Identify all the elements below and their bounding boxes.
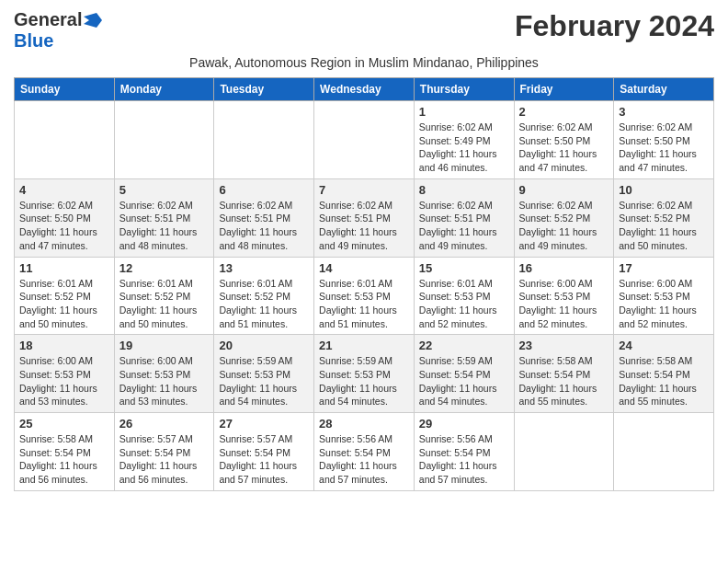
day-number: 22 xyxy=(419,339,509,352)
day-header-sunday: Sunday xyxy=(15,78,115,101)
calendar-cell: 15Sunrise: 6:01 AMSunset: 5:53 PMDayligh… xyxy=(414,257,514,335)
day-number: 5 xyxy=(119,183,210,197)
calendar-cell: 2Sunrise: 6:02 AMSunset: 5:50 PMDaylight… xyxy=(514,101,614,179)
cell-info: Sunrise: 5:59 AMSunset: 5:53 PMDaylight:… xyxy=(219,354,309,408)
svg-marker-0 xyxy=(84,13,102,28)
day-header-monday: Monday xyxy=(114,78,214,101)
day-number: 19 xyxy=(119,339,210,352)
cell-info: Sunrise: 5:57 AMSunset: 5:54 PMDaylight:… xyxy=(219,432,309,487)
calendar-cell: 24Sunrise: 5:58 AMSunset: 5:54 PMDayligh… xyxy=(614,335,714,413)
day-header-wednesday: Wednesday xyxy=(314,78,415,101)
cell-info: Sunrise: 6:02 AMSunset: 5:50 PMDaylight:… xyxy=(19,199,109,253)
day-number: 24 xyxy=(619,339,709,352)
day-number: 2 xyxy=(519,105,609,119)
day-number: 7 xyxy=(319,183,409,197)
logo-general: General xyxy=(14,9,82,30)
day-number: 6 xyxy=(219,183,309,197)
day-number: 23 xyxy=(519,339,609,352)
calendar-cell: 22Sunrise: 5:59 AMSunset: 5:54 PMDayligh… xyxy=(414,335,514,413)
calendar-cell xyxy=(614,413,714,491)
day-number: 17 xyxy=(619,261,709,275)
day-number: 25 xyxy=(19,417,109,431)
calendar-cell: 20Sunrise: 5:59 AMSunset: 5:53 PMDayligh… xyxy=(214,335,314,413)
calendar-cell: 10Sunrise: 6:02 AMSunset: 5:52 PMDayligh… xyxy=(614,178,714,257)
cell-info: Sunrise: 6:02 AMSunset: 5:49 PMDaylight:… xyxy=(419,121,509,175)
calendar-cell: 16Sunrise: 6:00 AMSunset: 5:53 PMDayligh… xyxy=(514,257,614,335)
day-number: 3 xyxy=(619,105,709,119)
day-number: 20 xyxy=(219,339,309,352)
header: General Blue February 2024 xyxy=(14,9,714,52)
calendar-cell: 17Sunrise: 6:00 AMSunset: 5:53 PMDayligh… xyxy=(614,257,714,335)
day-number: 1 xyxy=(419,105,509,119)
calendar-week-row: 1Sunrise: 6:02 AMSunset: 5:49 PMDaylight… xyxy=(15,101,714,179)
calendar-cell: 21Sunrise: 5:59 AMSunset: 5:53 PMDayligh… xyxy=(314,335,415,413)
day-number: 8 xyxy=(419,183,509,197)
calendar-table: SundayMondayTuesdayWednesdayThursdayFrid… xyxy=(14,77,714,491)
calendar-cell: 6Sunrise: 6:02 AMSunset: 5:51 PMDaylight… xyxy=(214,178,314,257)
cell-info: Sunrise: 6:02 AMSunset: 5:50 PMDaylight:… xyxy=(519,121,609,175)
cell-info: Sunrise: 6:00 AMSunset: 5:53 PMDaylight:… xyxy=(619,277,709,331)
cell-info: Sunrise: 5:58 AMSunset: 5:54 PMDaylight:… xyxy=(519,354,609,408)
calendar-header-row: SundayMondayTuesdayWednesdayThursdayFrid… xyxy=(15,78,714,101)
cell-info: Sunrise: 6:02 AMSunset: 5:52 PMDaylight:… xyxy=(519,199,609,253)
calendar-cell: 8Sunrise: 6:02 AMSunset: 5:51 PMDaylight… xyxy=(414,178,514,257)
logo: General Blue xyxy=(14,9,102,52)
calendar-cell: 25Sunrise: 5:58 AMSunset: 5:54 PMDayligh… xyxy=(15,413,115,491)
day-number: 13 xyxy=(219,261,309,275)
calendar-cell: 27Sunrise: 5:57 AMSunset: 5:54 PMDayligh… xyxy=(214,413,314,491)
logo-bird-icon xyxy=(84,13,102,28)
cell-info: Sunrise: 6:01 AMSunset: 5:52 PMDaylight:… xyxy=(119,277,210,331)
day-number: 26 xyxy=(119,417,210,431)
logo-blue: Blue xyxy=(14,30,53,51)
day-header-friday: Friday xyxy=(514,78,614,101)
day-number: 9 xyxy=(519,183,609,197)
calendar-cell: 18Sunrise: 6:00 AMSunset: 5:53 PMDayligh… xyxy=(15,335,115,413)
day-number: 15 xyxy=(419,261,509,275)
cell-info: Sunrise: 5:59 AMSunset: 5:54 PMDaylight:… xyxy=(419,354,509,408)
calendar-cell xyxy=(114,101,214,179)
cell-info: Sunrise: 6:02 AMSunset: 5:51 PMDaylight:… xyxy=(319,199,409,253)
calendar-cell: 3Sunrise: 6:02 AMSunset: 5:50 PMDaylight… xyxy=(614,101,714,179)
day-number: 4 xyxy=(19,183,109,197)
calendar-cell xyxy=(15,101,115,179)
day-number: 29 xyxy=(419,417,509,431)
calendar-cell xyxy=(514,413,614,491)
calendar-cell: 28Sunrise: 5:56 AMSunset: 5:54 PMDayligh… xyxy=(314,413,415,491)
calendar-cell: 9Sunrise: 6:02 AMSunset: 5:52 PMDaylight… xyxy=(514,178,614,257)
calendar-cell: 26Sunrise: 5:57 AMSunset: 5:54 PMDayligh… xyxy=(114,413,214,491)
calendar-cell: 1Sunrise: 6:02 AMSunset: 5:49 PMDaylight… xyxy=(414,101,514,179)
day-header-thursday: Thursday xyxy=(414,78,514,101)
day-number: 27 xyxy=(219,417,309,431)
cell-info: Sunrise: 6:01 AMSunset: 5:52 PMDaylight:… xyxy=(19,277,109,331)
cell-info: Sunrise: 5:58 AMSunset: 5:54 PMDaylight:… xyxy=(619,354,709,408)
day-number: 16 xyxy=(519,261,609,275)
cell-info: Sunrise: 6:01 AMSunset: 5:53 PMDaylight:… xyxy=(419,277,509,331)
cell-info: Sunrise: 5:56 AMSunset: 5:54 PMDaylight:… xyxy=(319,432,409,487)
day-header-saturday: Saturday xyxy=(614,78,714,101)
calendar-week-row: 4Sunrise: 6:02 AMSunset: 5:50 PMDaylight… xyxy=(15,178,714,257)
calendar-week-row: 11Sunrise: 6:01 AMSunset: 5:52 PMDayligh… xyxy=(15,257,714,335)
calendar-cell xyxy=(214,101,314,179)
cell-info: Sunrise: 6:02 AMSunset: 5:51 PMDaylight:… xyxy=(219,199,309,253)
day-number: 21 xyxy=(319,339,409,352)
day-header-tuesday: Tuesday xyxy=(214,78,314,101)
calendar-cell: 11Sunrise: 6:01 AMSunset: 5:52 PMDayligh… xyxy=(15,257,115,335)
cell-info: Sunrise: 6:00 AMSunset: 5:53 PMDaylight:… xyxy=(519,277,609,331)
cell-info: Sunrise: 6:02 AMSunset: 5:51 PMDaylight:… xyxy=(119,199,210,253)
calendar-cell: 23Sunrise: 5:58 AMSunset: 5:54 PMDayligh… xyxy=(514,335,614,413)
day-number: 10 xyxy=(619,183,709,197)
day-number: 28 xyxy=(319,417,409,431)
cell-info: Sunrise: 5:56 AMSunset: 5:54 PMDaylight:… xyxy=(419,432,509,487)
month-title: February 2024 xyxy=(515,9,714,43)
calendar-cell: 4Sunrise: 6:02 AMSunset: 5:50 PMDaylight… xyxy=(15,178,115,257)
cell-info: Sunrise: 6:01 AMSunset: 5:53 PMDaylight:… xyxy=(319,277,409,331)
day-number: 12 xyxy=(119,261,210,275)
cell-info: Sunrise: 5:59 AMSunset: 5:53 PMDaylight:… xyxy=(319,354,409,408)
calendar-cell: 5Sunrise: 6:02 AMSunset: 5:51 PMDaylight… xyxy=(114,178,214,257)
cell-info: Sunrise: 5:57 AMSunset: 5:54 PMDaylight:… xyxy=(119,432,210,487)
cell-info: Sunrise: 5:58 AMSunset: 5:54 PMDaylight:… xyxy=(19,432,109,487)
calendar-cell: 19Sunrise: 6:00 AMSunset: 5:53 PMDayligh… xyxy=(114,335,214,413)
calendar-cell: 7Sunrise: 6:02 AMSunset: 5:51 PMDaylight… xyxy=(314,178,415,257)
day-number: 11 xyxy=(19,261,109,275)
cell-info: Sunrise: 6:02 AMSunset: 5:50 PMDaylight:… xyxy=(619,121,709,175)
